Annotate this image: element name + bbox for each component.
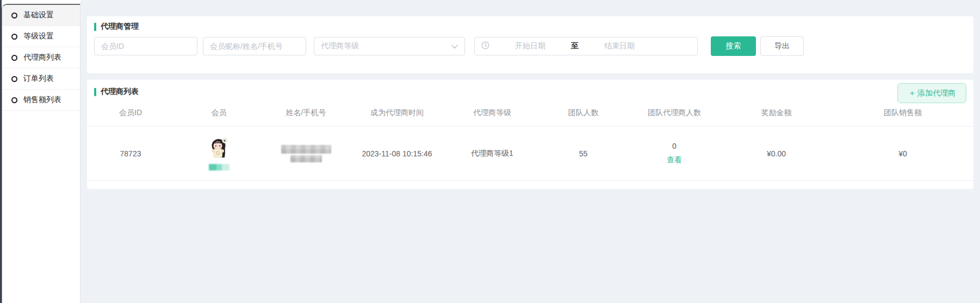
sidebar-item-basic-settings[interactable]: 基础设置 [2, 5, 80, 26]
reward-amount-value: ¥0.00 [721, 127, 832, 180]
column-header-reward-amount: 奖励金额 [721, 105, 832, 126]
sidebar-item-label: 等级设置 [23, 31, 54, 41]
column-header-member: 会员 [174, 105, 264, 126]
sidebar-item-sales-list[interactable]: 销售额列表 [2, 90, 80, 111]
section-accent-bar [94, 88, 96, 96]
phone-redacted-block [290, 155, 322, 162]
date-separator-label: 至 [571, 41, 579, 51]
column-header-team-count: 团队人数 [538, 105, 628, 126]
member-id-input[interactable] [94, 37, 197, 55]
sidebar-item-level-settings[interactable]: 等级设置 [2, 26, 80, 47]
avatar-wrap [209, 137, 230, 171]
end-date-placeholder: 结束日期 [579, 41, 660, 51]
radio-circle-icon [11, 55, 17, 61]
sidebar: 基础设置 等级设置 代理商列表 订单列表 销售额列表 [2, 4, 80, 303]
nickname-badge-redacted [209, 164, 230, 171]
team-agent-count-value: 0 [672, 142, 677, 150]
sidebar-item-label: 基础设置 [23, 10, 54, 20]
sidebar-item-label: 订单列表 [23, 74, 54, 84]
column-header-become-time: 成为代理商时间 [348, 105, 446, 126]
section-accent-bar [94, 23, 96, 31]
agent-level-select-placeholder: 代理商等级 [321, 41, 359, 51]
team-count-value: 55 [538, 127, 628, 180]
radio-circle-icon [11, 12, 17, 18]
start-date-placeholder: 开始日期 [489, 41, 571, 51]
main-content: 代理商管理 代理商等级 开始日期 至 结束日期 搜索 导出 [80, 0, 980, 303]
filter-row: 代理商等级 开始日期 至 结束日期 搜索 导出 [94, 36, 966, 56]
plus-icon: ＋ [908, 89, 916, 98]
team-agent-count-cell: 0 查看 [628, 127, 721, 180]
add-agent-button-label: 添加代理商 [917, 89, 956, 98]
table-header-row: 会员ID 会员 姓名/手机号 成为代理商时间 代理商等级 团队人数 团队代理商人… [87, 105, 973, 127]
section-title-text: 代理商管理 [101, 22, 139, 31]
clock-icon [481, 41, 489, 52]
column-header-team-agent-count: 团队代理商人数 [628, 105, 721, 126]
column-header-member-id: 会员ID [87, 105, 174, 126]
agent-management-title: 代理商管理 [94, 22, 966, 31]
agent-list-title: 代理商列表 [94, 87, 139, 97]
sidebar-item-label: 代理商列表 [23, 53, 61, 62]
table-row: 78723 [87, 127, 973, 181]
section-title-text: 代理商列表 [101, 87, 139, 97]
agent-list-card: 代理商列表 ＋ 添加代理商 会员ID 会员 姓名/手机号 成为代理商时间 代理商… [87, 80, 973, 189]
sidebar-item-agent-list[interactable]: 代理商列表 [2, 47, 80, 68]
agent-level-select[interactable]: 代理商等级 [314, 37, 465, 55]
sidebar-item-label: 销售额列表 [23, 95, 61, 105]
search-button[interactable]: 搜索 [711, 36, 756, 56]
agent-level-value: 代理商等级1 [446, 127, 538, 180]
nickname-name-phone-input[interactable] [203, 37, 306, 55]
export-button[interactable]: 导出 [760, 36, 804, 56]
radio-circle-icon [11, 34, 17, 40]
date-range-picker[interactable]: 开始日期 至 结束日期 [474, 37, 698, 55]
name-phone-cell [264, 127, 348, 180]
member-avatar [209, 137, 229, 161]
become-time-value: 2023-11-08 10:15:46 [348, 127, 446, 180]
member-id-value: 78723 [87, 127, 174, 180]
column-header-name-phone: 姓名/手机号 [264, 105, 348, 126]
agent-list-header: 代理商列表 ＋ 添加代理商 [87, 87, 973, 103]
column-header-agent-level: 代理商等级 [446, 105, 538, 126]
agent-management-card: 代理商管理 代理商等级 开始日期 至 结束日期 搜索 导出 [87, 16, 973, 73]
team-sales-value: ¥0 [832, 127, 973, 180]
radio-circle-icon [11, 76, 17, 82]
add-agent-button[interactable]: ＋ 添加代理商 [897, 83, 966, 103]
name-redacted-block [281, 145, 331, 154]
chevron-down-icon [451, 42, 458, 50]
member-cell [174, 127, 264, 180]
radio-circle-icon [11, 97, 17, 103]
view-link[interactable]: 查看 [667, 155, 682, 165]
sidebar-item-order-list[interactable]: 订单列表 [2, 68, 80, 90]
column-header-team-sales: 团队销售额 [832, 105, 973, 126]
